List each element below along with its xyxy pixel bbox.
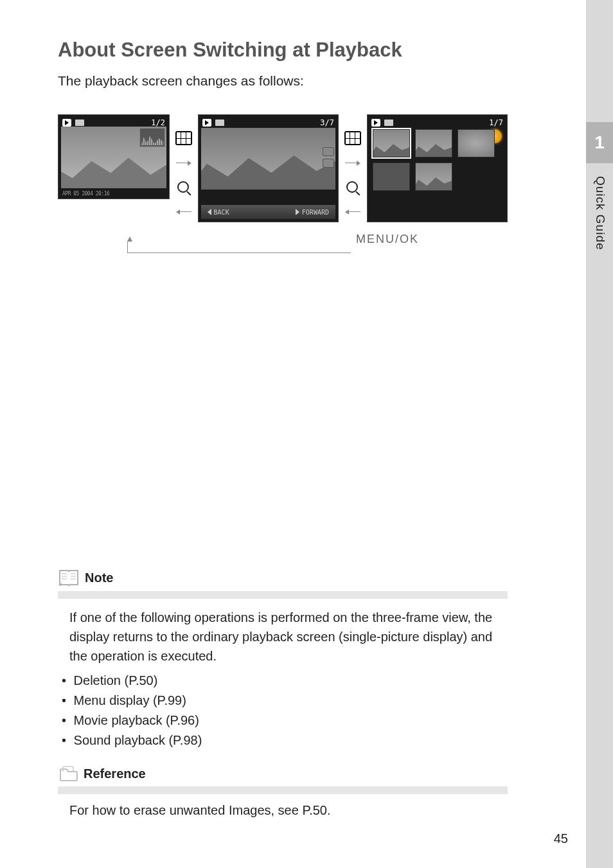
thumbnail	[373, 129, 410, 157]
thumbnail	[415, 163, 452, 191]
page-number: 45	[554, 831, 568, 846]
list-item: Movie playback (P.96)	[58, 711, 508, 731]
callout-bracket	[127, 242, 351, 253]
play-icon	[371, 119, 380, 127]
transition-controls	[342, 114, 363, 215]
memory-icon	[384, 120, 393, 126]
play-icon	[62, 119, 71, 127]
side-tab: 1 Quick Guide	[586, 122, 613, 251]
zoom-icon	[177, 181, 190, 194]
arrow-left-icon	[345, 209, 360, 215]
reference-divider	[58, 786, 508, 794]
thumbnail-button-icon	[344, 131, 361, 145]
triangle-right-icon	[296, 209, 299, 215]
playback-screen-thumbnails: 1/7	[367, 114, 508, 222]
photo-preview-large	[201, 128, 335, 190]
zoom-icon	[346, 181, 359, 194]
playback-diagram: 1/2 APR 05 2004 20:16 3/7 BACK FORWA	[58, 114, 508, 222]
histogram-overlay	[139, 128, 165, 147]
note-title: Note	[85, 571, 113, 585]
frame-counter: 3/7	[320, 118, 334, 127]
chapter-label: Quick Guide	[586, 163, 607, 251]
arrow-right-icon	[176, 161, 191, 166]
thumbnail	[373, 163, 410, 191]
note-body: If one of the following operations is pe…	[58, 608, 508, 666]
thumbnail-button-icon	[175, 131, 192, 145]
lead-text: The playback screen changes as follows:	[58, 73, 508, 89]
menu-ok-label: MENU/OK	[356, 233, 419, 246]
forward-label: FORWARD	[302, 209, 329, 216]
thumbnail	[415, 129, 452, 157]
transition-controls	[173, 114, 194, 215]
list-item: Deletion (P.50)	[58, 671, 508, 691]
chapter-number: 1	[586, 122, 613, 163]
list-item: Sound playback (P.98)	[58, 731, 508, 750]
triangle-left-icon	[208, 209, 211, 215]
note-list: Deletion (P.50) Menu display (P.99) Movi…	[58, 671, 508, 750]
list-item: Menu display (P.99)	[58, 691, 508, 711]
playback-screen-single: 1/2 APR 05 2004 20:16	[58, 114, 170, 199]
reference-block: Reference For how to erase unwanted Imag…	[58, 765, 508, 818]
section-title: About Screen Switching at Playback	[58, 39, 508, 62]
note-icon	[58, 568, 80, 587]
thumbnail-grid	[373, 129, 501, 191]
arrow-right-icon	[345, 161, 360, 166]
memory-icon	[75, 120, 84, 126]
frame-counter: 1/7	[489, 118, 503, 127]
reference-icon	[58, 765, 80, 783]
note-block: Note If one of the following operations …	[58, 568, 508, 750]
memory-icon	[215, 120, 224, 126]
overlay-icons	[323, 147, 334, 168]
menu-ok-callout: MENU/OK	[58, 227, 508, 253]
frame-counter: 1/2	[151, 118, 165, 127]
thumbnail	[458, 129, 495, 157]
note-divider	[58, 591, 508, 599]
play-icon	[202, 119, 211, 127]
photo-date: APR 05 2004 20:16	[62, 191, 109, 197]
playback-screen-three-frame: 3/7 BACK FORWARD	[198, 114, 339, 222]
arrow-left-icon	[176, 209, 191, 215]
nav-bar: BACK FORWARD	[201, 205, 335, 219]
reference-body: For how to erase unwanted Images, see P.…	[58, 803, 508, 818]
back-label: BACK	[214, 209, 229, 216]
reference-title: Reference	[84, 766, 146, 781]
